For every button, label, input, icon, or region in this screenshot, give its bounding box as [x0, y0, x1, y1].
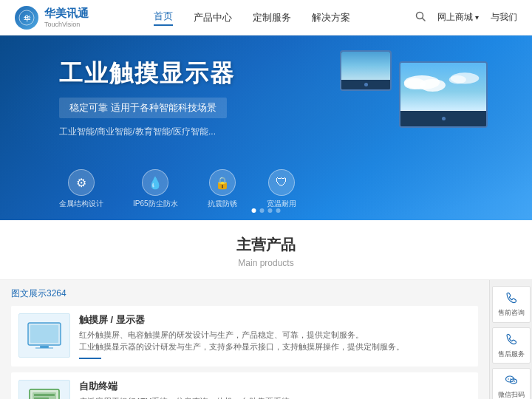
banner-icon-shock: 🔒 抗震防锈	[208, 169, 237, 209]
phone-icon-aftersales	[496, 332, 527, 349]
dot-2[interactable]	[260, 208, 265, 213]
nav-item-home[interactable]: 首页	[154, 10, 173, 26]
dot-1[interactable]	[252, 208, 256, 213]
banner-icon-temp: 🛡 宽温耐用	[267, 169, 296, 209]
dot-4[interactable]	[276, 208, 281, 213]
pre-sales-label: 售前咨询	[496, 309, 527, 318]
product-thumb-1	[18, 313, 70, 358]
svg-line-3	[423, 18, 426, 21]
product-thumb-2	[18, 380, 70, 400]
ip65-icon: 💧	[142, 169, 168, 196]
banner-dots	[252, 208, 281, 213]
product-info-1: 触摸屏 / 显示器 红外触摸屏、电容触摸屏的研发设计与生产，产品稳定、可靠，提供…	[79, 313, 471, 359]
shock-icon: 🔒	[209, 169, 236, 196]
wechat-label: 微信扫码取报价	[496, 391, 527, 399]
product-item-2[interactable]: 自助终端 广泛应用于银行ATM系统、信息查询一体机、自助售票系统。	[11, 372, 478, 400]
header: 华 华美讯通 TouchVision 首页 产品中心 定制服务 解决方案 网上商…	[0, 0, 532, 35]
ip65-label: IP65防尘防水	[133, 199, 178, 209]
logo-icon: 华	[15, 6, 38, 30]
product-list: 图文展示3264 触摸屏 / 显示器 红外触摸屏、电容触摸屏的研发设计与生产，产…	[0, 280, 489, 399]
banner-content: 工业触摸显示器 稳定可靠 适用于各种智能科技场景 工业智能/商业智能/教育智能/…	[0, 35, 532, 138]
after-sales-btn[interactable]: 售后服务	[492, 327, 531, 364]
logo-brand-name: 华美讯通	[44, 7, 89, 21]
banner: 工业触摸显示器 稳定可靠 适用于各种智能科技场景 工业智能/商业智能/教育智能/…	[0, 35, 532, 220]
product-name-2: 自助终端	[79, 380, 471, 393]
follow-us-link[interactable]: 与我们	[491, 11, 517, 24]
shock-label: 抗震防锈	[208, 199, 237, 209]
svg-text:华: 华	[23, 15, 31, 22]
phone-icon-presales	[496, 291, 527, 307]
right-sidebar: 售前咨询 售后服务 微信扫码取报价	[489, 280, 532, 399]
product-name-1: 触摸屏 / 显示器	[79, 313, 471, 327]
wechat-btn[interactable]: 微信扫码取报价	[492, 368, 531, 399]
product-item-1[interactable]: 触摸屏 / 显示器 红外触摸屏、电容触摸屏的研发设计与生产，产品稳定、可靠，提供…	[11, 306, 478, 366]
banner-icon-metal: ⚙ 金属结构设计	[59, 169, 103, 209]
main-products-title: 主营产品	[0, 235, 532, 255]
nav-item-custom[interactable]: 定制服务	[253, 11, 291, 24]
product-info-2: 自助终端 广泛应用于银行ATM系统、信息查询一体机、自助售票系统。	[79, 380, 471, 400]
pre-sales-btn[interactable]: 售前咨询	[492, 286, 531, 323]
svg-point-26	[514, 381, 514, 382]
nav-item-products[interactable]: 产品中心	[194, 11, 232, 24]
banner-icon-ip65: 💧 IP65防尘防水	[133, 169, 178, 209]
main-nav: 首页 产品中心 定制服务 解决方案	[154, 10, 350, 26]
temp-label: 宽温耐用	[267, 199, 296, 209]
svg-point-22	[508, 379, 509, 381]
nav-item-solutions[interactable]: 解决方案	[312, 11, 350, 24]
after-sales-label: 售后服务	[496, 350, 527, 359]
content-area: 图文展示3264 触摸屏 / 显示器 红外触摸屏、电容触摸屏的研发设计与生产，产…	[0, 280, 532, 399]
metal-label: 金属结构设计	[59, 199, 103, 209]
banner-icons: ⚙ 金属结构设计 💧 IP65防尘防水 🔒 抗震防锈 🛡 宽温耐用	[59, 169, 296, 209]
svg-point-25	[512, 381, 513, 382]
wechat-icon	[496, 373, 527, 389]
banner-desc: 工业智能/商业智能/教育智能/医疗智能...	[59, 126, 488, 138]
product-desc-2: 广泛应用于银行ATM系统、信息查询一体机、自助售票系统。	[79, 396, 471, 400]
dot-3[interactable]	[268, 208, 273, 213]
temp-icon: 🛡	[268, 169, 295, 196]
metal-icon: ⚙	[68, 169, 95, 196]
header-right: 网上商城 ▾ 与我们	[415, 11, 517, 24]
main-products-section: 主营产品 Main products	[0, 220, 532, 280]
banner-title: 工业触摸显示器	[59, 58, 488, 90]
logo[interactable]: 华 华美讯通 TouchVision	[15, 6, 89, 30]
main-products-subtitle: Main products	[0, 258, 532, 268]
product-divider-1	[79, 358, 101, 359]
logo-text-block: 华美讯通 TouchVision	[44, 7, 89, 28]
banner-subtitle: 稳定可靠 适用于各种智能科技场景	[59, 98, 227, 118]
search-icon[interactable]	[415, 11, 426, 24]
online-shop-link[interactable]: 网上商城 ▾	[437, 11, 479, 24]
svg-rect-16	[34, 394, 55, 396]
gallery-label[interactable]: 图文展示3264	[11, 287, 478, 300]
chevron-down-icon: ▾	[475, 13, 479, 21]
svg-rect-11	[30, 325, 58, 343]
svg-rect-17	[34, 398, 49, 399]
product-desc-1: 红外触摸屏、电容触摸屏的研发设计与生产，产品稳定、可靠，提供定制服务。 工业触摸…	[79, 330, 471, 353]
logo-sub-name: TouchVision	[44, 21, 89, 28]
